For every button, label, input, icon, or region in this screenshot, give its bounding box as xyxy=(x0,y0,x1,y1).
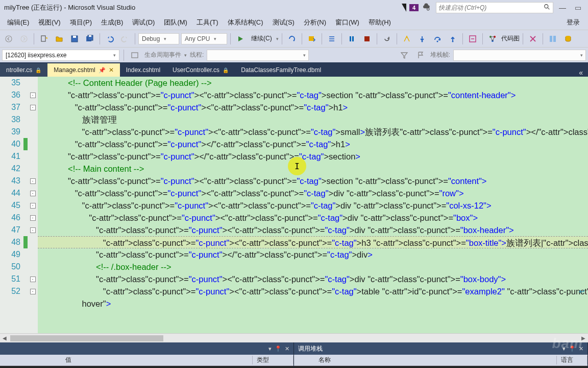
filter-icon[interactable] xyxy=(398,49,411,62)
svg-point-4 xyxy=(21,36,27,42)
tab-manage-cshtml[interactable]: Manage.cshtml📌✕ xyxy=(47,63,119,77)
config-dropdown[interactable]: Debug▾ xyxy=(138,33,179,44)
toggle-comment-icon[interactable] xyxy=(526,32,540,45)
continue-label[interactable]: 继续(C) xyxy=(251,34,272,43)
menu-tools[interactable]: 工具(T) xyxy=(192,16,223,29)
menu-debug[interactable]: 调试(D) xyxy=(128,16,159,29)
callstack-columns: 名称 语言 xyxy=(294,355,587,366)
col-value[interactable]: 值 xyxy=(61,356,253,364)
sign-in-link[interactable]: 登录 xyxy=(561,16,585,29)
step-over-button[interactable] xyxy=(431,32,444,45)
tab-index-cshtml[interactable]: Index.cshtml xyxy=(120,63,166,77)
thread-dropdown[interactable]: ▾ xyxy=(207,50,309,61)
save-all-button[interactable] xyxy=(83,32,96,45)
process-dropdown[interactable]: [12620] iisexpress.exe▾ xyxy=(2,50,119,61)
scroll-right-icon[interactable]: ▶ xyxy=(579,335,588,341)
format-icon[interactable] xyxy=(546,32,559,45)
nav-back-button[interactable] xyxy=(2,32,15,45)
lock-icon: 🔒 xyxy=(223,67,229,73)
title-bar: milyTree (正在运行) - Microsoft Visual Studi… xyxy=(0,0,588,15)
pin-icon[interactable]: 📍 xyxy=(275,346,282,352)
col-lang[interactable]: 语言 xyxy=(557,356,587,364)
horizontal-scrollbar[interactable]: ◀ ▶ xyxy=(0,333,588,342)
lifecycle-icon[interactable] xyxy=(128,49,141,62)
account-cloud-icon[interactable] xyxy=(422,3,431,13)
svg-point-3 xyxy=(6,36,12,42)
tab-controller-cs[interactable]: ntroller.cs🔒 xyxy=(0,63,47,77)
maximize-button[interactable]: ▭ xyxy=(572,4,584,12)
menu-project[interactable]: 项目(P) xyxy=(66,16,96,29)
save-button[interactable] xyxy=(68,32,81,45)
quick-launch-search[interactable] xyxy=(436,2,553,13)
fold-column: --------- xyxy=(28,77,38,333)
close-panel-icon[interactable]: ✕ xyxy=(285,346,289,352)
svg-point-20 xyxy=(452,40,453,42)
codemap-icon[interactable] xyxy=(486,32,499,45)
new-file-button[interactable] xyxy=(37,32,51,45)
menu-test[interactable]: 测试(S) xyxy=(268,16,299,29)
callstack-panel: 调用堆栈 ▾ 📍 ✕ 名称 语言 xyxy=(294,342,588,368)
editor-tab-strip: ntroller.cs🔒 Manage.cshtml📌✕ Index.cshtm… xyxy=(0,62,588,77)
bottom-panel-area: ▾ 📍 ✕ 值 类型 调用堆栈 ▾ 📍 ✕ 名称 语言 xyxy=(0,342,588,368)
minimize-button[interactable]: — xyxy=(556,4,569,12)
stackframe-dropdown[interactable]: ▾ xyxy=(453,50,586,61)
redo-button[interactable] xyxy=(118,32,132,45)
codemap-label[interactable]: 代码图 xyxy=(501,34,520,43)
browserlink-button[interactable] xyxy=(305,32,318,45)
show-next-statement-button[interactable] xyxy=(400,32,413,45)
nav-forward-button[interactable] xyxy=(17,32,31,45)
col-type[interactable]: 类型 xyxy=(253,356,293,364)
code-content[interactable]: I ↩ <!-- Content Header (Page header) --… xyxy=(38,77,588,333)
dropdown-icon[interactable]: ▾ xyxy=(562,346,566,352)
menu-window[interactable]: 窗口(W) xyxy=(331,16,363,29)
config-value: Debug xyxy=(142,35,160,42)
menu-architecture[interactable]: 体系结构(C) xyxy=(224,16,267,29)
continue-button[interactable] xyxy=(234,32,247,45)
menu-team[interactable]: 团队(M) xyxy=(160,16,191,29)
code-editor[interactable]: 353637383940414243444546474849505152 ---… xyxy=(0,77,588,333)
line-number-gutter: 353637383940414243444546474849505152 xyxy=(0,77,23,333)
notification-badge[interactable]: 4 xyxy=(409,4,419,11)
scrollbar-thumb[interactable] xyxy=(10,335,163,341)
menu-build[interactable]: 生成(B) xyxy=(97,16,127,29)
tab-label: ntroller.cs xyxy=(6,66,32,74)
platform-value: Any CPU xyxy=(185,35,210,42)
quick-launch-input[interactable] xyxy=(438,4,544,11)
tab-dataclasses-dbml[interactable]: DataClassesFamilyTree.dbml xyxy=(235,63,327,77)
watch-panel-header[interactable]: ▾ 📍 ✕ xyxy=(0,342,293,355)
dropdown-icon[interactable]: ▾ xyxy=(268,346,272,352)
svg-rect-16 xyxy=(352,36,354,41)
stop-button[interactable] xyxy=(360,32,374,45)
flag-threads-icon[interactable] xyxy=(414,49,427,62)
callstack-title: 调用堆栈 xyxy=(298,344,323,353)
menu-bar: 编辑(E) 视图(V) 项目(P) 生成(B) 调试(D) 团队(M) 工具(T… xyxy=(0,15,588,30)
intellitrace-button[interactable] xyxy=(466,32,479,45)
restart-button[interactable] xyxy=(380,32,394,45)
pause-button[interactable] xyxy=(345,32,358,45)
open-file-button[interactable] xyxy=(53,32,66,45)
menu-help[interactable]: 帮助(H) xyxy=(364,16,395,29)
step-into-button[interactable] xyxy=(415,32,429,45)
callstack-panel-header[interactable]: 调用堆栈 ▾ 📍 ✕ xyxy=(294,342,587,355)
menu-view[interactable]: 视图(V) xyxy=(34,16,64,29)
feedback-flag-icon[interactable] xyxy=(402,4,406,12)
menu-analyze[interactable]: 分析(N) xyxy=(300,16,330,29)
menu-edit[interactable]: 编辑(E) xyxy=(3,16,33,29)
col-name[interactable]: 名称 xyxy=(314,356,557,364)
tab-usercontroller-cs[interactable]: UserController.cs🔒 xyxy=(166,63,235,77)
pin-icon[interactable]: 📍 xyxy=(569,346,576,352)
undo-button[interactable] xyxy=(103,32,116,45)
platform-dropdown[interactable]: Any CPU▾ xyxy=(181,33,227,44)
window-title: milyTree (正在运行) - Microsoft Visual Studi… xyxy=(4,3,135,12)
list-icon[interactable] xyxy=(325,32,338,45)
tab-overflow-button[interactable]: « xyxy=(574,68,588,77)
tab-label: UserController.cs xyxy=(173,66,219,74)
step-out-button[interactable] xyxy=(446,32,459,45)
close-icon[interactable]: ✕ xyxy=(109,66,114,74)
refresh-browser-button[interactable] xyxy=(285,32,299,45)
update-db-icon[interactable] xyxy=(561,32,575,45)
scroll-left-icon[interactable]: ◀ xyxy=(0,335,9,341)
process-value: [12620] iisexpress.exe xyxy=(6,52,66,59)
close-panel-icon[interactable]: ✕ xyxy=(579,346,583,352)
pin-icon[interactable]: 📌 xyxy=(99,67,106,74)
